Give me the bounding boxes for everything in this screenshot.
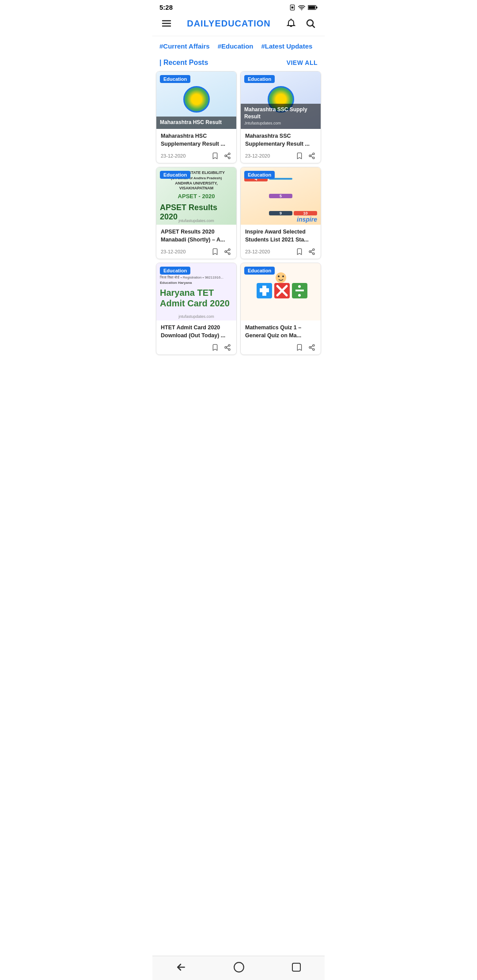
card-apset-title: APSET Results 2020 Manabadi (Shortly) – …	[161, 228, 232, 244]
bookmark-icon	[296, 344, 303, 351]
card-apset-actions	[211, 247, 232, 256]
card-ssc-footer: 23-12-2020	[245, 151, 316, 160]
card-hsc[interactable]: Education Maharashtra HSC Result Maharas…	[156, 71, 237, 163]
card-inspire[interactable]: Education 4 5 9 10 inspire Inspire Award…	[240, 167, 321, 259]
card-htet-title: HTET Admit Card 2020 Download (Out Today…	[161, 324, 232, 339]
card-ssc-bookmark[interactable]	[295, 151, 304, 160]
menu-button[interactable]	[159, 16, 174, 30]
svg-line-25	[227, 250, 229, 251]
card-math-actions	[295, 343, 316, 352]
tag-latest-updates[interactable]: #Latest Updates	[261, 41, 313, 52]
card-inspire-actions	[295, 247, 316, 256]
cards-grid: Education Maharashtra HSC Result Maharas…	[152, 71, 325, 362]
card-ssc-date: 23-12-2020	[245, 153, 270, 158]
card-apset-date: 23-12-2020	[161, 249, 186, 254]
card-hsc-actions	[211, 151, 232, 160]
svg-point-48	[278, 275, 280, 277]
card-apset-badge: Education	[160, 171, 190, 179]
tags-row: #Current Affairs #Education #Latest Upda…	[152, 36, 325, 55]
card-htet-actions	[211, 343, 232, 352]
card-htet-bookmark[interactable]	[211, 343, 220, 352]
card-math-image: Education	[241, 263, 321, 320]
card-apset-share[interactable]	[223, 247, 232, 256]
logo-accent: AILY	[194, 19, 215, 28]
notification-button[interactable]	[284, 16, 298, 30]
card-hsc-share[interactable]	[223, 151, 232, 160]
svg-line-35	[227, 346, 229, 347]
section-title: Recent Posts	[159, 59, 208, 67]
svg-line-20	[311, 154, 313, 155]
card-apset[interactable]: Education PRADESH STATE ELIGIBILITY(On b…	[156, 167, 237, 259]
svg-rect-1	[292, 6, 294, 8]
card-hsc-body: Maharashtra HSC Supplementary Result ...…	[156, 129, 236, 163]
bookmark-icon	[296, 248, 303, 255]
card-ssc[interactable]: Education Maharashtra SSC Supply Result …	[240, 71, 321, 163]
share-icon	[308, 152, 315, 159]
sim-icon	[289, 4, 295, 11]
card-math-share[interactable]	[307, 343, 316, 352]
card-hsc-date: 23-12-2020	[161, 153, 186, 158]
card-hsc-footer: 23-12-2020	[161, 151, 232, 160]
card-math-footer	[245, 343, 316, 352]
card-apset-footer: 23-12-2020	[161, 247, 232, 256]
card-apset-body: APSET Results 2020 Manabadi (Shortly) – …	[156, 225, 236, 259]
card-htet-badge: Education	[160, 267, 190, 275]
card-apset-bookmark[interactable]	[211, 247, 220, 256]
card-math[interactable]: Education	[240, 263, 321, 355]
card-math-bookmark[interactable]	[295, 343, 304, 352]
card-hsc-bookmark[interactable]	[211, 151, 220, 160]
svg-point-46	[298, 294, 301, 297]
navbar-right-icons	[284, 16, 318, 30]
svg-line-26	[227, 252, 229, 253]
card-htet-footer	[161, 343, 232, 352]
card-htet-image: Education जिला शिक्षा बोर्ड • Registrati…	[156, 263, 236, 320]
bookmark-icon	[212, 152, 219, 159]
card-ssc-overlay: Maharashtra SSC Supply Result Jntufastup…	[241, 104, 321, 129]
svg-rect-39	[260, 288, 269, 292]
share-icon	[308, 344, 315, 351]
card-htet-body: HTET Admit Card 2020 Download (Out Today…	[156, 320, 236, 354]
card-htet-share[interactable]	[223, 343, 232, 352]
svg-rect-44	[295, 290, 304, 291]
card-hsc-badge: Education	[160, 75, 190, 83]
search-button[interactable]	[303, 16, 318, 30]
card-ssc-share[interactable]	[307, 151, 316, 160]
card-inspire-share[interactable]	[307, 247, 316, 256]
svg-line-36	[227, 348, 229, 349]
svg-point-47	[276, 272, 286, 283]
svg-point-45	[298, 285, 301, 288]
bell-icon	[286, 18, 296, 29]
card-inspire-footer: 23-12-2020	[245, 247, 316, 256]
card-ssc-title: Maharashtra SSC Supplementary Result ...	[245, 132, 316, 148]
share-icon	[224, 344, 231, 351]
section-header: Recent Posts VIEW ALL	[152, 55, 325, 71]
menu-icon	[161, 18, 172, 29]
status-bar: 5:28	[152, 0, 325, 13]
card-math-badge: Education	[244, 267, 275, 275]
status-icons	[289, 4, 318, 11]
card-inspire-badge: Education	[244, 171, 275, 179]
card-inspire-bookmark[interactable]	[295, 247, 304, 256]
app-logo: DAILYEDUCATION	[187, 19, 271, 29]
svg-line-31	[311, 252, 313, 253]
card-inspire-title: Inspire Award Selected Students List 202…	[245, 228, 316, 244]
tag-education[interactable]: #Education	[218, 41, 254, 52]
tag-current-affairs[interactable]: #Current Affairs	[159, 41, 210, 52]
math-illustration	[254, 270, 307, 314]
status-time: 5:28	[159, 4, 173, 11]
bookmark-icon	[212, 248, 219, 255]
svg-rect-5	[308, 6, 315, 9]
card-inspire-date: 23-12-2020	[245, 249, 270, 254]
battery-icon	[308, 5, 318, 10]
svg-rect-4	[316, 6, 318, 8]
share-icon	[224, 248, 231, 255]
card-inspire-body: Inspire Award Selected Students List 202…	[241, 225, 321, 259]
bookmark-icon	[212, 344, 219, 351]
logo-education-text: E	[215, 19, 221, 28]
card-htet[interactable]: Education जिला शिक्षा बोर्ड • Registrati…	[156, 263, 237, 355]
svg-line-30	[311, 250, 313, 251]
view-all-button[interactable]: VIEW ALL	[287, 59, 318, 66]
card-htet-watermark: jntufastupdates.com	[178, 314, 214, 319]
svg-line-11	[313, 26, 315, 28]
logo-education-rest: DUCATION	[221, 19, 271, 28]
